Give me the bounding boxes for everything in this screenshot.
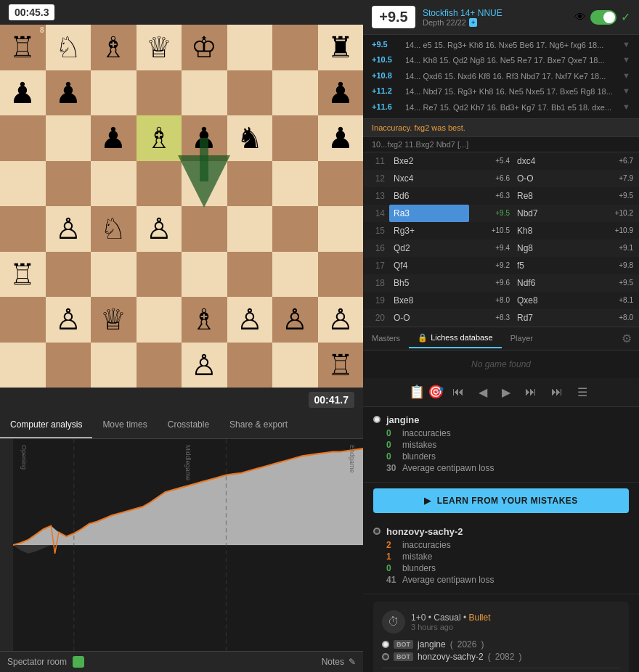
chess-board[interactable]: ♖8 ♘ ♗ ♕ ♔ ♜ ♟ ♟ ♟ ♟ ♗ ♟ ♞ ♟ [0, 25, 363, 388]
board-square[interactable] [0, 206, 46, 252]
board-square[interactable] [137, 161, 182, 207]
board-square[interactable] [137, 70, 182, 116]
move-black[interactable]: Ng8 [513, 239, 593, 257]
board-square[interactable]: ♘ [46, 25, 91, 70]
move-black[interactable]: f5 [513, 257, 593, 274]
board-square[interactable] [46, 161, 91, 207]
move-black[interactable]: Kh8 [513, 222, 593, 239]
board-square[interactable] [227, 343, 273, 388]
skip-back-button[interactable]: ⏮ [447, 382, 470, 401]
engine-line[interactable]: +11.2 14... Nbd7 15. Rg3+ Kh8 16. Ne5 Nx… [363, 84, 639, 99]
move-black[interactable]: dxc4 [513, 152, 593, 170]
board-square[interactable] [318, 161, 364, 207]
board-square[interactable]: ♙ [227, 297, 273, 343]
board-square[interactable]: ♟ [318, 115, 364, 161]
board-square[interactable] [318, 252, 364, 298]
move-white[interactable]: Rg3+ [389, 222, 469, 239]
board-square[interactable]: ♞ [227, 115, 273, 161]
move-white-active[interactable]: Ra3 [389, 205, 469, 222]
tab-move-times[interactable]: Move times [92, 412, 157, 438]
menu-button[interactable]: ☰ [571, 382, 593, 402]
board-square[interactable] [46, 343, 91, 388]
move-white[interactable]: Qd2 [389, 239, 469, 257]
move-white[interactable]: Nxc4 [389, 170, 469, 187]
db-tab-lichess[interactable]: 🔒 Lichess database [409, 329, 502, 348]
board-square[interactable]: ♗ [137, 115, 182, 161]
learn-button[interactable]: ▶ LEARN FROM YOUR MISTAKES [373, 488, 629, 513]
db-tab-player[interactable]: Player [502, 329, 542, 347]
tab-share-export[interactable]: Share & export [219, 412, 298, 438]
board-square[interactable] [182, 206, 227, 252]
board-square[interactable] [137, 252, 182, 298]
board-square[interactable] [227, 252, 273, 298]
board-square[interactable] [272, 115, 318, 161]
notes-button[interactable]: Notes ✎ [322, 657, 356, 667]
engine-line[interactable]: +11.6 14... Re7 15. Qd2 Kh7 16. Bd3+ Kg7… [363, 100, 639, 115]
board-square[interactable] [227, 206, 273, 252]
board-square[interactable] [91, 70, 137, 116]
move-black[interactable]: Rd7 [513, 309, 593, 327]
line-expand-icon[interactable]: ▼ [622, 55, 630, 64]
board-square[interactable] [182, 161, 227, 207]
board-square[interactable] [91, 252, 137, 298]
board-square[interactable] [272, 252, 318, 298]
move-black[interactable]: Nbd7 [513, 205, 593, 222]
engine-toggle-switch[interactable] [590, 10, 616, 25]
board-square[interactable] [0, 297, 46, 343]
engine-line[interactable]: +10.8 14... Qxd6 15. Nxd6 Kf8 16. Rf3 Nb… [363, 69, 639, 84]
line-expand-icon[interactable]: ▼ [622, 102, 630, 111]
board-square[interactable]: ♟ [91, 115, 137, 161]
board-square[interactable]: ♙ [46, 206, 91, 252]
move-black[interactable]: O-O [513, 170, 593, 187]
board-square[interactable] [227, 161, 273, 207]
move-white[interactable]: Bh5 [389, 274, 469, 292]
engine-line[interactable]: +9.5 14... e5 15. Rg3+ Kh8 16. Nxe5 Be6 … [363, 38, 639, 53]
board-square[interactable]: ♕ [137, 25, 182, 70]
next-button[interactable]: ▶ [496, 382, 516, 402]
board-square[interactable]: ♗ [182, 297, 227, 343]
move-white[interactable]: Bd6 [389, 187, 469, 205]
line-expand-icon[interactable]: ▼ [622, 71, 630, 80]
board-square[interactable] [0, 115, 46, 161]
board-square[interactable] [46, 115, 91, 161]
last-move-button[interactable]: ⏭ [545, 382, 569, 401]
board-square[interactable]: ♜ [318, 25, 364, 70]
prev-button[interactable]: ◀ [473, 382, 493, 402]
move-black[interactable]: Re8 [513, 187, 593, 205]
engine-toggle[interactable]: 👁 ✓ [574, 10, 630, 25]
board-square[interactable] [137, 297, 182, 343]
board-square[interactable]: ♟ [182, 115, 227, 161]
line-expand-icon[interactable]: ▼ [622, 86, 630, 95]
line-expand-icon[interactable]: ▼ [622, 40, 630, 49]
board-square[interactable] [272, 161, 318, 207]
board-square[interactable] [182, 252, 227, 298]
board-square[interactable] [137, 343, 182, 388]
board-square[interactable] [318, 206, 364, 252]
board-square[interactable]: ♗ [91, 25, 137, 70]
skip-forward-button[interactable]: ⏭ [519, 382, 542, 401]
board-square[interactable] [272, 206, 318, 252]
board-square[interactable]: ♟ [318, 70, 364, 116]
db-tab-masters[interactable]: Masters [363, 329, 409, 347]
board-square[interactable] [272, 70, 318, 116]
board-square[interactable]: ♖8 [0, 25, 46, 70]
board-square[interactable]: ♘ [91, 206, 137, 252]
board-square[interactable] [227, 70, 273, 116]
move-black[interactable]: Ndf6 [513, 274, 593, 292]
tab-computer-analysis[interactable]: Computer analysis [0, 412, 92, 438]
board-square[interactable] [272, 25, 318, 70]
db-settings-icon[interactable]: ⚙ [614, 327, 639, 350]
board-square[interactable]: ♖ [0, 252, 46, 298]
engine-line[interactable]: +10.5 14... Kh8 15. Qd2 Ng8 16. Ne5 Re7 … [363, 53, 639, 68]
move-black[interactable]: Qxe8 [513, 292, 593, 309]
move-white[interactable]: Bxe8 [389, 292, 469, 309]
board-square[interactable]: ♟ [46, 70, 91, 116]
board-square[interactable]: ♟ [0, 70, 46, 116]
board-square[interactable] [0, 343, 46, 388]
board-square[interactable] [182, 70, 227, 116]
board-square[interactable]: ♔ [182, 25, 227, 70]
board-square[interactable] [46, 252, 91, 298]
tab-crosstable[interactable]: Crosstable [158, 412, 219, 438]
move-white[interactable]: Qf4 [389, 257, 469, 274]
board-square[interactable] [91, 161, 137, 207]
